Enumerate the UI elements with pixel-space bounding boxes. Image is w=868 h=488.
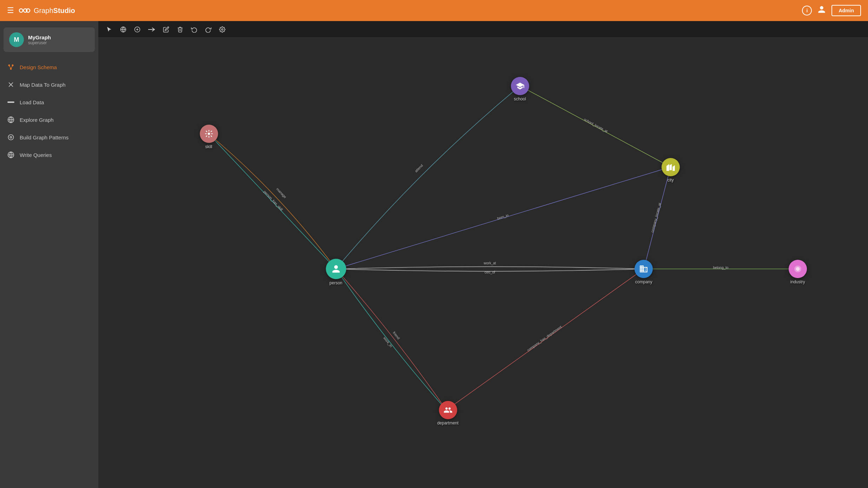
svg-text:belong_to: belong_to <box>713 266 729 270</box>
sidebar-nav: Design Schema Map Data To Graph Load Dat… <box>0 58 98 164</box>
graph-canvas[interactable]: school_locate_atattendperson_has_skillma… <box>98 38 868 488</box>
undo-button[interactable] <box>189 25 199 34</box>
sidebar-item-explore-graph[interactable]: Explore Graph <box>0 111 98 128</box>
svg-text:school_locate_at: school_locate_at <box>583 117 609 133</box>
redo-button[interactable] <box>203 25 213 34</box>
explore-graph-icon <box>7 116 15 124</box>
pointer-tool-button[interactable] <box>104 25 114 34</box>
node-person[interactable]: person <box>326 259 346 285</box>
svg-text:company_has_department: company_has_department <box>526 325 563 352</box>
main-layout: M MyGraph superuser Design Schema Map Da… <box>0 21 868 488</box>
map-data-label: Map Data To Graph <box>20 82 66 88</box>
svg-text:attend: attend <box>414 164 423 173</box>
header: ☰ GraphStudio i Admin <box>0 0 868 21</box>
arrow-tool-button[interactable] <box>146 26 157 33</box>
svg-point-3 <box>8 65 10 66</box>
node-label-department: department <box>437 421 459 426</box>
svg-text:manage: manage <box>276 187 287 199</box>
build-patterns-label: Build Graph Patterns <box>20 134 68 140</box>
node-label-person: person <box>329 281 342 285</box>
sidebar-item-load-data[interactable]: Load Data <box>0 93 98 111</box>
app-logo: GraphStudio <box>18 6 75 15</box>
app-name: GraphStudio <box>34 7 75 15</box>
sidebar-item-map-data[interactable]: Map Data To Graph <box>0 76 98 93</box>
graph-details: MyGraph superuser <box>28 34 51 45</box>
info-icon[interactable]: i <box>802 6 812 15</box>
load-data-icon <box>7 98 15 106</box>
node-label-school: school <box>514 97 526 101</box>
svg-text:born_in: born_in <box>497 213 509 220</box>
settings-button[interactable] <box>217 25 228 34</box>
node-label-industry: industry <box>790 279 805 284</box>
graph-avatar: M <box>9 32 24 47</box>
svg-text:ceo_of: ceo_of <box>485 270 495 274</box>
svg-point-0 <box>19 9 23 12</box>
admin-button[interactable]: Admin <box>831 5 861 16</box>
svg-text:company_locate_at: company_locate_at <box>650 202 662 233</box>
graph-edges-svg: school_locate_atattendperson_has_skillma… <box>98 38 868 488</box>
build-patterns-icon <box>7 133 15 141</box>
svg-line-7 <box>11 66 13 68</box>
node-industry[interactable]: industry <box>789 260 807 284</box>
hamburger-button[interactable]: ☰ <box>7 6 14 15</box>
write-queries-label: Write Queries <box>20 152 52 158</box>
svg-rect-10 <box>7 101 14 103</box>
explore-graph-label: Explore Graph <box>20 117 54 123</box>
node-skill[interactable]: skill <box>200 125 218 149</box>
svg-line-6 <box>9 66 11 68</box>
edit-tool-button[interactable] <box>161 25 171 34</box>
graph-info[interactable]: M MyGraph superuser <box>4 27 95 52</box>
delete-tool-button[interactable] <box>175 25 185 34</box>
graph-role: superuser <box>28 40 51 45</box>
map-data-icon <box>7 81 15 88</box>
sidebar-item-design-schema[interactable]: Design Schema <box>0 58 98 76</box>
design-schema-icon <box>7 63 15 71</box>
sidebar-item-write-queries[interactable]: Write Queries <box>0 146 98 164</box>
logo-icon <box>18 6 31 15</box>
node-city[interactable]: city <box>662 158 680 183</box>
load-data-label: Load Data <box>20 99 44 105</box>
node-school[interactable]: school <box>511 77 529 101</box>
header-left: ☰ GraphStudio <box>7 6 75 15</box>
toolbar <box>98 21 868 38</box>
node-company[interactable]: company <box>634 260 653 284</box>
design-schema-label: Design Schema <box>20 64 57 70</box>
graph-name: MyGraph <box>28 34 51 40</box>
svg-point-5 <box>10 68 12 70</box>
node-label-skill: skill <box>205 144 212 149</box>
sidebar: M MyGraph superuser Design Schema Map Da… <box>0 21 98 488</box>
user-icon[interactable] <box>817 5 826 16</box>
header-right: i Admin <box>802 5 861 16</box>
write-queries-icon <box>7 151 15 159</box>
node-department[interactable]: department <box>437 401 459 426</box>
globe-tool-button[interactable] <box>118 25 129 34</box>
svg-point-4 <box>12 65 14 66</box>
svg-point-22 <box>222 28 223 30</box>
svg-text:friend: friend <box>392 331 401 340</box>
svg-point-14 <box>8 135 14 140</box>
svg-point-37 <box>796 267 800 271</box>
add-tool-button[interactable] <box>132 25 143 34</box>
svg-point-35 <box>208 133 210 135</box>
node-label-company: company <box>635 279 652 284</box>
svg-text:work_at: work_at <box>484 261 496 265</box>
right-panel: school_locate_atattendperson_has_skillma… <box>98 21 868 488</box>
node-label-city: city <box>668 178 674 183</box>
svg-text:person_has_skill: person_has_skill <box>263 190 284 212</box>
svg-point-13 <box>10 137 12 138</box>
svg-text:work_in: work_in <box>382 336 393 348</box>
sidebar-item-build-patterns[interactable]: Build Graph Patterns <box>0 128 98 146</box>
